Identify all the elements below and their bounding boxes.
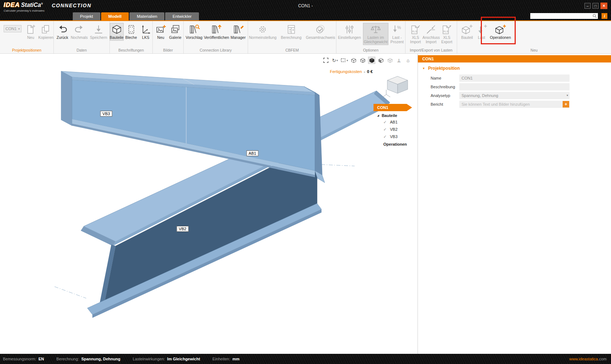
search-input[interactable] (531, 14, 592, 18)
ribbon-group-neu: Bauteil Last Operationen Neu (457, 21, 611, 53)
gear-icon (257, 24, 268, 35)
view-transparent-button[interactable] (386, 57, 394, 64)
tree-item-vb2[interactable]: ✓ VB2 (374, 126, 412, 133)
ribbon-item-label: Veröffentlichen (204, 35, 229, 40)
ribbon-item-einstellungen[interactable]: Einstellungen (337, 23, 362, 41)
ribbon-item-bauteil[interactable]: Bauteil (460, 23, 474, 41)
ribbon-item-zurueck[interactable]: Zurück (56, 23, 69, 41)
page-plus-icon (25, 24, 36, 35)
checkbox-checked-icon[interactable]: ✓ (383, 126, 387, 132)
ribbon-item-lks[interactable]: LKS (139, 23, 153, 41)
calculator-icon (286, 24, 297, 35)
fertigungskosten: Fertigungskosten - 0 € (330, 69, 373, 74)
tree-root-con1[interactable]: CON1 (374, 104, 412, 111)
ribbon-item-operationen[interactable]: Operationen (489, 23, 512, 41)
tree-item-vb3[interactable]: ✓ VB3 (374, 133, 412, 140)
beam-ab1-vb3 (61, 71, 325, 183)
navigation-cube[interactable] (381, 73, 414, 102)
checkbox-checked-icon[interactable]: ✓ (383, 119, 387, 125)
tab-projekt[interactable]: Projekt (73, 12, 100, 20)
scales-icon (370, 24, 381, 35)
view-front-face-button[interactable] (377, 57, 384, 64)
ribbon-item-nochmals[interactable]: Nochmals (70, 23, 89, 41)
home-view-button[interactable]: ⌂ (404, 57, 412, 64)
chevron-down-icon: ▾ (347, 59, 348, 62)
view-shaded-edges-button[interactable] (359, 57, 366, 64)
ribbon-item-last-prozent[interactable]: % Last - Prozent (390, 23, 404, 45)
ribbon-item-kopieren[interactable]: Kopieren (38, 23, 53, 41)
add-report-content-button[interactable]: + (563, 101, 569, 108)
tab-entwickler[interactable]: Entwickler (165, 12, 199, 20)
member-label-ab1[interactable]: AB1 (247, 150, 259, 156)
connection-import-icon (426, 24, 436, 35)
tree-section-operationen[interactable]: Operationen (374, 140, 412, 146)
ribbon-tabs: Projekt Modell Materialien Entwickler i (0, 12, 611, 21)
load-plus-icon (476, 24, 487, 35)
member-label-vb2[interactable]: VB2 (177, 226, 189, 232)
properties-panel: CON1 ▼ Projektposition Name CON1 Beschre… (418, 54, 611, 354)
info-button[interactable]: i (602, 13, 607, 19)
tree-branch-bauteile[interactable]: ◢ Bauteile (374, 111, 412, 118)
ribbon-item-bild-neu[interactable]: Neu (154, 23, 168, 41)
ribbon-item-xls-export[interactable]: XLS XLS Export (440, 23, 453, 45)
3d-viewport[interactable]: VB3 AB1 VB2 ↻▾ ▾ ⊥ ⌂ Fertigungskosten - … (0, 54, 418, 354)
analysetyp-dropdown[interactable]: Spannung, Dehnung▾ (459, 92, 570, 99)
gallery-icon (170, 24, 181, 35)
model-canvas[interactable] (0, 54, 418, 354)
search-box[interactable] (530, 13, 598, 19)
statusbar: Bemessungsnorm:EN Berechnung:Spannung, D… (0, 354, 611, 364)
ribbon-item-bleche[interactable]: Bleche (124, 23, 138, 41)
orbit-button[interactable]: ↻▾ (331, 57, 339, 64)
ribbon-item-speichern[interactable]: Speichern (89, 23, 108, 41)
save-icon (93, 24, 104, 35)
ribbon-group-label: Neu (457, 48, 611, 52)
beschreibung-field[interactable] (459, 83, 570, 90)
ribbon-item-gesamtnachweis[interactable]: Gesamtnachweis (305, 23, 336, 41)
window-select-button[interactable]: ▾ (340, 57, 348, 64)
ribbon-group-cbfem: Normeinstellung Berechnung Gesamtnachwei… (248, 21, 336, 53)
ribbon-item-manager[interactable]: Manager (230, 23, 246, 41)
ribbon-group-daten: Zurück Nochmals Speichern Daten (54, 21, 110, 53)
checkbox-checked-icon[interactable]: ✓ (383, 134, 387, 139)
website-link[interactable]: www.ideastatica.com (569, 357, 607, 361)
ribbon-group-label: Optionen (336, 48, 405, 52)
ribbon-item-veroeffentlichen[interactable]: Veröffentlichen (203, 23, 230, 41)
bericht-field[interactable]: Sie können Text und Bilder hinzufügen+ (459, 101, 570, 108)
collapse-arrow-icon[interactable]: ▼ (422, 67, 425, 70)
member-label-vb3[interactable]: VB3 (100, 111, 112, 117)
nav-cube-icon (381, 73, 414, 102)
ribbon-item-vorschlag[interactable]: Vorschlag (185, 23, 203, 41)
ribbon-item-neu-position[interactable]: Neu (24, 23, 37, 41)
ribbon-item-berechnung[interactable]: Berechnung (280, 23, 302, 41)
ribbon-group-projektpositionen: CON1▾ Neu Kopieren Projektpositionen (0, 21, 54, 53)
section-projektposition[interactable]: ▼ Projektposition (418, 62, 611, 73)
ribbon-item-normeinstellung[interactable]: Normeinstellung (248, 23, 277, 41)
ribbon-item-lasten-im-gleichgewicht[interactable]: Lasten im Gleichgewicht (363, 23, 388, 45)
ribbon-item-xls-import[interactable]: XLS XLS Import (409, 23, 422, 45)
view-wireframe-button[interactable] (350, 57, 357, 64)
view-perpendicular-button[interactable]: ⊥ (395, 57, 403, 64)
cube-face-icon (378, 58, 384, 63)
ribbon-item-label: Kopieren (38, 35, 53, 40)
ribbon-item-galerie[interactable]: Galerie (168, 23, 182, 41)
ribbon-item-label: Galerie (169, 35, 181, 40)
expand-icon[interactable]: ◢ (377, 114, 379, 117)
perpendicular-icon: ⊥ (397, 58, 401, 63)
name-field[interactable]: CON1 (459, 74, 570, 82)
tagline: Calculate yesterday's estimates (4, 9, 44, 12)
ribbon-item-label: Einstellungen (338, 35, 361, 40)
ribbon-item-bauteile[interactable]: Bauteile (110, 23, 124, 41)
name-label: Name (431, 76, 459, 80)
tab-modell[interactable]: Modell (101, 12, 129, 20)
tab-materialien[interactable]: Materialien (129, 12, 164, 20)
ribbon-item-label: XLS Import (410, 35, 421, 44)
ribbon-item-anschluss-import[interactable]: Anschluss Import (422, 23, 440, 45)
fit-view-button[interactable] (322, 57, 330, 64)
redo-icon (74, 24, 85, 35)
ribbon-item-last[interactable]: Last (475, 23, 488, 41)
position-select[interactable]: CON1▾ (4, 25, 21, 32)
tree-item-label: VB2 (390, 126, 398, 132)
ribbon-item-label: Berechnung (281, 35, 301, 40)
view-solid-button[interactable] (368, 57, 375, 64)
tree-item-ab1[interactable]: ✓ AB1 (374, 118, 412, 126)
